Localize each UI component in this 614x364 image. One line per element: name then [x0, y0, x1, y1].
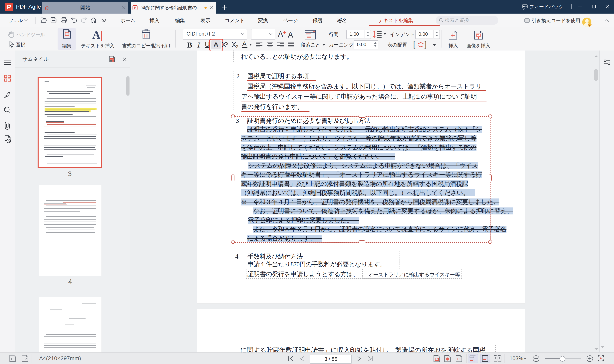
svg-text:P: P: [134, 6, 136, 10]
